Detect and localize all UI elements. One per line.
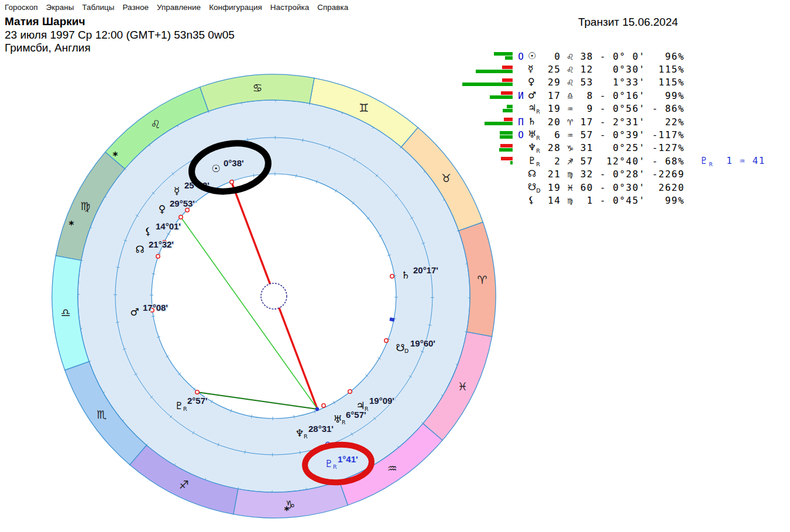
strength-bars [460,116,514,127]
planet-glyph-mars: ♂ [130,306,139,318]
natal-position-dot [156,255,160,258]
aspect-row: ♇R 2 ♐ 57 12°40' - 68%♇R 1 ♒ 41 [460,155,765,167]
planet-symbol: ♅R [528,129,548,141]
aspect-row: П♄20 ♈ 17 - 2°31' 22% [460,115,765,128]
planet-glyph-mercury: ☿ [174,185,180,197]
planet-degree-label-neptune: 28°31' [308,424,334,434]
aspect-text: 2 ♐ 57 12°40' - 68% [548,156,685,167]
aspect-row: ☊21 ♍ 32 - 0°28' -2269 [460,168,765,181]
aspect-text: 29 ♌ 53 1°33' 115% [548,77,685,88]
zodiac-glyph-taurus: ♉ [441,171,451,184]
planet-symbol: ♇R [528,155,548,167]
planet-glyph-uranus: ♅ [333,413,342,425]
planet-motion-flag: R [342,419,346,425]
bar-top [501,157,513,160]
planet-symbol: ♆R [528,142,548,154]
planet-symbol: ☿ [528,63,548,75]
aspect-text: 21 ♍ 32 - 0°28' -2269 [548,169,685,180]
planet-degree-label-jupiter: 19°09' [369,396,394,406]
ring-asterisk: * [284,504,290,516]
planet-symbol: ☋D [528,181,548,194]
planet-degree-label-mars: 17°08' [143,303,168,313]
aspect-text: 20 ♈ 17 - 2°31' 22% [548,116,685,128]
bar-top [502,66,513,69]
strength-bars [460,77,514,88]
bar-top [500,144,513,147]
planet-symbol: ☉ [528,50,548,63]
planet-glyph-transit-pluto: ♇ [324,458,333,469]
bar-bot [462,83,513,86]
planet-symbol: ☊ [528,168,548,180]
strength-bars [460,51,514,61]
aspect-symbol: П [514,116,528,128]
zodiac-glyph-leo: ♌ [150,118,160,131]
natal-position-dot [186,208,189,212]
bar-bot [510,161,513,164]
natal-position-dot [230,180,233,184]
planet-motion-flag: R [536,135,540,141]
bar-top [501,91,513,95]
aspect-row: O♅R 6 ♒ 57 - 0°39' -117% [460,128,765,141]
bar-bot [490,95,513,99]
strength-bars [460,169,514,180]
bar-top [494,52,513,56]
zodiac-glyph-scorpio: ♏ [97,408,107,421]
planet-motion-flag: R [536,108,540,115]
planet-symbol: ⚸ [528,194,548,207]
aspect-row: ⚸14 ♍ 1 - 0°45' 99% [460,194,765,207]
bar-bot [500,135,513,139]
natal-position-dot [384,339,388,342]
planet-degree-label-lilith: 14°01' [156,221,181,231]
planet-symbol: ♄ [528,116,548,128]
planet-motion-flag: R [183,406,187,412]
natal-position-dot [195,390,199,394]
bar-bot [499,148,513,152]
aspect-row: O☉ 0 ♌ 38 - 0° 0' 96% [460,50,765,63]
planet-symbol: ♂ [528,90,548,102]
bar-bot [503,109,513,112]
aspect-text: 14 ♍ 1 - 0°45' 99% [548,195,685,206]
natal-position-dot [390,274,394,278]
aspect-symbol: O [514,129,528,140]
bar-top [507,105,513,108]
aspect-text: 0 ♌ 38 - 0° 0' 96% [548,51,685,62]
planet-degree-label-venus: 29°53' [170,198,195,208]
aspect-row: ♆R28 ♑ 31 0°25' -127% [460,142,765,155]
planet-glyph-sun: ☉ [211,163,220,174]
aspect-table: O☉ 0 ♌ 38 - 0° 0' 96%☿25 ♌ 12 0°30' 115%… [460,50,765,207]
planet-glyph-lilith: ⚸ [145,225,152,237]
zodiac-glyph-virgo: ♍ [80,200,90,212]
aspect-text: 19 ♓ 60 - 0°30' 2620 [548,182,685,193]
aspect-row: ♃R19 ♒ 9 - 0°56' - 86% [460,102,765,115]
planet-degree-label-transit-pluto: 1°41' [338,454,358,464]
natal-position-dot [322,404,325,407]
zodiac-glyph-sagittarius: ♐ [179,478,189,491]
planet-motion-flag: D [404,348,408,354]
planet-degree-label-uranus: 6°57' [346,410,366,420]
bar-bot [485,122,513,125]
bar-top [502,78,513,82]
zodiac-glyph-libra: ♎ [61,306,71,319]
aspect-text: 28 ♑ 31 0°25' -127% [548,142,685,153]
aspect-symbol: O [514,51,528,62]
center-circle [261,283,287,309]
planet-degree-label-north-node: 21°32' [149,239,174,249]
strength-bars [460,104,514,114]
ring-asterisk: * [113,150,118,162]
aspect-symbol: И [514,90,528,101]
planet-glyph-saturn: ♄ [401,269,410,281]
natal-position-dot [179,215,183,219]
app-window: Гороскоп Экраны Таблицы Разное Управлени… [0,0,790,532]
zodiac-glyph-aries: ♈ [477,273,487,286]
strength-bars [460,143,514,153]
strength-bars [460,64,514,75]
aspect-row: ☿25 ♌ 12 0°30' 115% [460,63,765,75]
planet-degree-label-south-node: 19°60' [410,338,435,348]
planet-glyph-north-node: ☊ [135,243,144,255]
aspect-row: ♀29 ♌ 53 1°33' 115% [460,76,765,89]
planet-symbol: ♀ [528,76,548,88]
planet-glyph-pluto: ♇ [174,400,183,411]
planet-glyph-south-node: ☋ [396,342,404,353]
planet-motion-flag: D [536,187,540,194]
aspect-text: 6 ♒ 57 - 0°39' -117% [548,129,685,140]
